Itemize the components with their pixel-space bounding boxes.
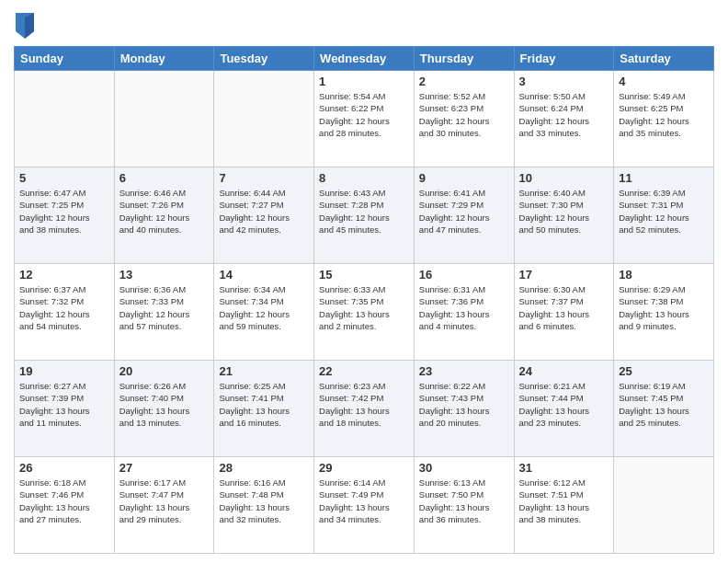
table-row: [214, 71, 314, 167]
day-info: Sunrise: 6:22 AM Sunset: 7:43 PM Dayligh…: [419, 380, 509, 429]
day-number: 16: [419, 268, 509, 282]
col-thursday: Thursday: [414, 47, 514, 71]
day-info: Sunrise: 6:31 AM Sunset: 7:36 PM Dayligh…: [419, 283, 509, 332]
calendar-header-row: Sunday Monday Tuesday Wednesday Thursday…: [15, 47, 714, 71]
table-row: 17Sunrise: 6:30 AM Sunset: 7:37 PM Dayli…: [514, 264, 614, 361]
day-number: 7: [219, 171, 309, 185]
day-number: 14: [219, 268, 309, 282]
day-info: Sunrise: 5:49 AM Sunset: 6:25 PM Dayligh…: [619, 90, 709, 139]
day-number: 22: [319, 364, 409, 378]
day-info: Sunrise: 5:54 AM Sunset: 6:22 PM Dayligh…: [319, 90, 409, 139]
day-info: Sunrise: 6:44 AM Sunset: 7:27 PM Dayligh…: [219, 187, 309, 236]
page: Sunday Monday Tuesday Wednesday Thursday…: [0, 0, 728, 563]
table-row: 26Sunrise: 6:18 AM Sunset: 7:46 PM Dayli…: [15, 457, 115, 554]
table-row: 21Sunrise: 6:25 AM Sunset: 7:41 PM Dayli…: [214, 361, 314, 457]
day-info: Sunrise: 6:40 AM Sunset: 7:30 PM Dayligh…: [519, 187, 609, 236]
table-row: 25Sunrise: 6:19 AM Sunset: 7:45 PM Dayli…: [614, 361, 714, 457]
day-info: Sunrise: 5:50 AM Sunset: 6:24 PM Dayligh…: [519, 90, 609, 139]
day-number: 6: [119, 171, 210, 185]
day-info: Sunrise: 6:17 AM Sunset: 7:47 PM Dayligh…: [119, 477, 210, 525]
day-number: 10: [519, 171, 609, 185]
day-info: Sunrise: 5:52 AM Sunset: 6:23 PM Dayligh…: [419, 90, 509, 139]
col-tuesday: Tuesday: [214, 47, 314, 71]
day-number: 11: [619, 171, 709, 185]
day-number: 4: [619, 75, 709, 88]
table-row: 13Sunrise: 6:36 AM Sunset: 7:33 PM Dayli…: [114, 264, 214, 361]
calendar-week-row: 1Sunrise: 5:54 AM Sunset: 6:22 PM Daylig…: [15, 71, 714, 167]
day-info: Sunrise: 6:13 AM Sunset: 7:50 PM Dayligh…: [419, 477, 509, 525]
col-monday: Monday: [114, 47, 214, 71]
day-info: Sunrise: 6:27 AM Sunset: 7:39 PM Dayligh…: [19, 380, 109, 429]
header: [14, 9, 714, 39]
table-row: 11Sunrise: 6:39 AM Sunset: 7:31 PM Dayli…: [614, 167, 714, 264]
calendar-week-row: 26Sunrise: 6:18 AM Sunset: 7:46 PM Dayli…: [15, 457, 714, 554]
day-number: 5: [19, 171, 109, 185]
table-row: 30Sunrise: 6:13 AM Sunset: 7:50 PM Dayli…: [414, 457, 514, 554]
table-row: 28Sunrise: 6:16 AM Sunset: 7:48 PM Dayli…: [214, 457, 314, 554]
table-row: 22Sunrise: 6:23 AM Sunset: 7:42 PM Dayli…: [314, 361, 415, 457]
table-row: 29Sunrise: 6:14 AM Sunset: 7:49 PM Dayli…: [314, 457, 415, 554]
day-number: 30: [419, 461, 509, 475]
table-row: 19Sunrise: 6:27 AM Sunset: 7:39 PM Dayli…: [15, 361, 115, 457]
day-info: Sunrise: 6:21 AM Sunset: 7:44 PM Dayligh…: [519, 380, 609, 429]
day-info: Sunrise: 6:47 AM Sunset: 7:25 PM Dayligh…: [19, 187, 109, 236]
logo-icon: [16, 13, 34, 39]
day-info: Sunrise: 6:25 AM Sunset: 7:41 PM Dayligh…: [219, 380, 309, 429]
day-info: Sunrise: 6:12 AM Sunset: 7:51 PM Dayligh…: [519, 477, 609, 525]
table-row: 18Sunrise: 6:29 AM Sunset: 7:38 PM Dayli…: [614, 264, 714, 361]
day-info: Sunrise: 6:19 AM Sunset: 7:45 PM Dayligh…: [619, 380, 709, 429]
table-row: 31Sunrise: 6:12 AM Sunset: 7:51 PM Dayli…: [514, 457, 614, 554]
day-info: Sunrise: 6:30 AM Sunset: 7:37 PM Dayligh…: [519, 283, 609, 332]
day-number: 3: [519, 75, 609, 88]
day-number: 27: [119, 461, 210, 475]
day-info: Sunrise: 6:23 AM Sunset: 7:42 PM Dayligh…: [319, 380, 409, 429]
day-number: 29: [319, 461, 409, 475]
table-row: 27Sunrise: 6:17 AM Sunset: 7:47 PM Dayli…: [114, 457, 214, 554]
table-row: 14Sunrise: 6:34 AM Sunset: 7:34 PM Dayli…: [214, 264, 314, 361]
day-info: Sunrise: 6:16 AM Sunset: 7:48 PM Dayligh…: [219, 477, 309, 525]
table-row: 10Sunrise: 6:40 AM Sunset: 7:30 PM Dayli…: [514, 167, 614, 264]
table-row: 3Sunrise: 5:50 AM Sunset: 6:24 PM Daylig…: [514, 71, 614, 167]
col-wednesday: Wednesday: [314, 47, 415, 71]
day-info: Sunrise: 6:39 AM Sunset: 7:31 PM Dayligh…: [619, 187, 709, 236]
table-row: 20Sunrise: 6:26 AM Sunset: 7:40 PM Dayli…: [114, 361, 214, 457]
col-sunday: Sunday: [15, 47, 115, 71]
table-row: 9Sunrise: 6:41 AM Sunset: 7:29 PM Daylig…: [414, 167, 514, 264]
day-info: Sunrise: 6:18 AM Sunset: 7:46 PM Dayligh…: [19, 477, 109, 525]
col-saturday: Saturday: [614, 47, 714, 71]
table-row: 4Sunrise: 5:49 AM Sunset: 6:25 PM Daylig…: [614, 71, 714, 167]
day-number: 15: [319, 268, 409, 282]
day-info: Sunrise: 6:29 AM Sunset: 7:38 PM Dayligh…: [619, 283, 709, 332]
day-info: Sunrise: 6:33 AM Sunset: 7:35 PM Dayligh…: [319, 283, 409, 332]
day-number: 9: [419, 171, 509, 185]
day-number: 20: [119, 364, 210, 378]
day-number: 21: [219, 364, 309, 378]
table-row: 7Sunrise: 6:44 AM Sunset: 7:27 PM Daylig…: [214, 167, 314, 264]
day-info: Sunrise: 6:34 AM Sunset: 7:34 PM Dayligh…: [219, 283, 309, 332]
table-row: 6Sunrise: 6:46 AM Sunset: 7:26 PM Daylig…: [114, 167, 214, 264]
day-number: 8: [319, 171, 409, 185]
day-number: 24: [519, 364, 609, 378]
table-row: [15, 71, 115, 167]
day-number: 18: [619, 268, 709, 282]
calendar-week-row: 5Sunrise: 6:47 AM Sunset: 7:25 PM Daylig…: [15, 167, 714, 264]
logo: [14, 13, 38, 39]
table-row: 2Sunrise: 5:52 AM Sunset: 6:23 PM Daylig…: [414, 71, 514, 167]
day-number: 23: [419, 364, 509, 378]
day-number: 25: [619, 364, 709, 378]
table-row: 16Sunrise: 6:31 AM Sunset: 7:36 PM Dayli…: [414, 264, 514, 361]
table-row: 15Sunrise: 6:33 AM Sunset: 7:35 PM Dayli…: [314, 264, 415, 361]
table-row: [114, 71, 214, 167]
day-number: 19: [19, 364, 109, 378]
day-info: Sunrise: 6:43 AM Sunset: 7:28 PM Dayligh…: [319, 187, 409, 236]
day-info: Sunrise: 6:14 AM Sunset: 7:49 PM Dayligh…: [319, 477, 409, 525]
calendar-week-row: 12Sunrise: 6:37 AM Sunset: 7:32 PM Dayli…: [15, 264, 714, 361]
table-row: [614, 457, 714, 554]
day-info: Sunrise: 6:37 AM Sunset: 7:32 PM Dayligh…: [19, 283, 109, 332]
table-row: 5Sunrise: 6:47 AM Sunset: 7:25 PM Daylig…: [15, 167, 115, 264]
table-row: 24Sunrise: 6:21 AM Sunset: 7:44 PM Dayli…: [514, 361, 614, 457]
table-row: 1Sunrise: 5:54 AM Sunset: 6:22 PM Daylig…: [314, 71, 415, 167]
day-number: 26: [19, 461, 109, 475]
day-number: 28: [219, 461, 309, 475]
table-row: 12Sunrise: 6:37 AM Sunset: 7:32 PM Dayli…: [15, 264, 115, 361]
